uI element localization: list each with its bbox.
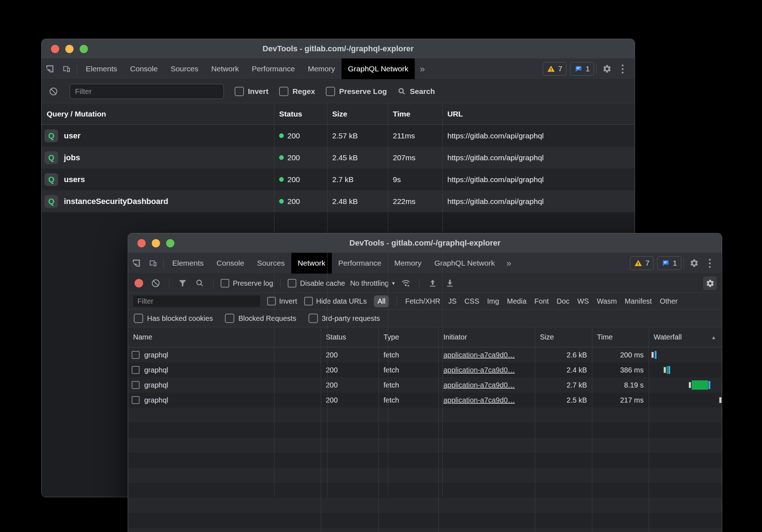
search-button[interactable]: Search [398, 87, 435, 96]
menu-dots-icon[interactable] [702, 259, 717, 268]
preserve-log-checkbox[interactable]: Preserve log [221, 279, 273, 288]
issues-badge[interactable]: 1 [657, 256, 681, 270]
tab-console[interactable]: Console [210, 253, 251, 274]
type-filter-manifest[interactable]: Manifest [625, 297, 652, 305]
tab-network[interactable]: Network [291, 253, 332, 274]
initiator-link[interactable]: application-a7ca9d0… [443, 366, 515, 374]
column-divider[interactable] [378, 327, 379, 532]
type-filter-all[interactable]: All [374, 295, 389, 307]
column-header-status[interactable]: Status [274, 103, 327, 124]
settings-gear-icon[interactable] [599, 64, 615, 73]
column-header-url[interactable]: URL [442, 103, 635, 124]
type-filter-css[interactable]: CSS [465, 297, 479, 305]
column-divider[interactable] [321, 327, 321, 532]
tab-sources[interactable]: Sources [251, 253, 291, 274]
type-filter-doc[interactable]: Doc [557, 297, 570, 305]
more-tabs-icon[interactable]: » [501, 253, 516, 274]
request-row[interactable]: graphql 200 fetch application-a7ca9d0… 2… [128, 362, 722, 377]
export-har-icon[interactable] [444, 279, 456, 288]
device-toolbar-icon[interactable] [145, 253, 161, 274]
query-row[interactable]: Q user 200 2.57 kB 211ms https://gitlab.… [42, 125, 635, 147]
network-conditions-icon[interactable] [400, 279, 412, 288]
column-header-status[interactable]: Status [321, 327, 378, 347]
settings-gear-icon[interactable] [686, 258, 702, 268]
invert-checkbox[interactable]: Invert [235, 87, 268, 96]
device-toolbar-icon[interactable] [58, 58, 75, 79]
request-row[interactable]: graphql 200 fetch application-a7ca9d0… 2… [128, 393, 722, 408]
initiator-link[interactable]: application-a7ca9d0… [443, 351, 515, 359]
request-row[interactable]: graphql 200 fetch application-a7ca9d0… 2… [128, 347, 722, 362]
tab-console[interactable]: Console [124, 58, 164, 79]
column-header-initiator[interactable]: Initiator [438, 327, 535, 347]
column-header-waterfall[interactable]: Waterfall ▲ [649, 327, 722, 347]
query-row[interactable]: Q instanceSecurityDashboard 200 2.48 kB … [42, 190, 635, 212]
filter-input[interactable] [133, 295, 260, 307]
type-filter-wasm[interactable]: Wasm [597, 297, 617, 305]
tab-graphql-network[interactable]: GraphQL Network [428, 253, 501, 274]
has-blocked-cookies-checkbox[interactable]: Has blocked cookies [134, 314, 213, 323]
third-party-requests-checkbox[interactable]: 3rd-party requests [309, 314, 380, 323]
column-header-size[interactable]: Size [327, 103, 388, 124]
row-checkbox[interactable] [132, 381, 140, 389]
titlebar[interactable]: DevTools - gitlab.com/-/graphql-explorer [128, 233, 722, 253]
blocked-requests-checkbox[interactable]: Blocked Requests [225, 314, 296, 323]
clear-icon[interactable] [150, 279, 162, 288]
tab-memory[interactable]: Memory [388, 253, 428, 274]
query-row[interactable]: Q jobs 200 2.45 kB 207ms https://gitlab.… [42, 147, 635, 168]
column-header-query-mutation[interactable]: Query / Mutation [42, 103, 274, 124]
preserve-log-checkbox[interactable]: Preserve Log [326, 87, 387, 96]
type-filter-fetch-xhr[interactable]: Fetch/XHR [405, 297, 440, 305]
type-filter-img[interactable]: Img [487, 297, 499, 305]
inspect-element-icon[interactable] [128, 253, 145, 274]
more-tabs-icon[interactable]: » [415, 58, 430, 79]
request-row[interactable]: graphql 200 fetch application-a7ca9d0… 2… [128, 377, 722, 393]
type-filter-ws[interactable]: WS [577, 297, 589, 305]
record-button[interactable] [135, 279, 143, 288]
initiator-link[interactable]: application-a7ca9d0… [443, 381, 515, 389]
row-checkbox[interactable] [132, 351, 140, 359]
clear-icon[interactable] [48, 87, 59, 96]
column-divider[interactable] [442, 103, 443, 497]
column-header-size[interactable]: Size [535, 327, 592, 347]
tab-performance[interactable]: Performance [332, 253, 388, 274]
issues-badge[interactable]: 1 [570, 62, 594, 76]
type-filter-font[interactable]: Font [535, 297, 549, 305]
column-divider[interactable] [327, 103, 328, 497]
hide-data-urls-checkbox[interactable]: Hide data URLs [304, 297, 367, 305]
invert-checkbox[interactable]: Invert [267, 297, 297, 305]
tab-graphql-network[interactable]: GraphQL Network [342, 58, 415, 79]
import-har-icon[interactable] [427, 279, 439, 288]
menu-dots-icon[interactable] [615, 65, 630, 73]
network-settings-button[interactable] [703, 276, 717, 290]
query-row[interactable]: Q users 200 2.7 kB 9s https://gitlab.com… [42, 168, 635, 190]
type-filter-other[interactable]: Other [660, 297, 678, 305]
titlebar[interactable]: DevTools - gitlab.com/-/graphql-explorer [42, 39, 635, 58]
column-divider[interactable] [649, 327, 649, 532]
type-filter-js[interactable]: JS [448, 297, 456, 305]
tab-elements[interactable]: Elements [166, 253, 210, 274]
row-checkbox[interactable] [132, 396, 140, 404]
disable-cache-checkbox[interactable]: Disable cache [288, 279, 345, 288]
column-header-time[interactable]: Time [592, 327, 649, 347]
regex-checkbox[interactable]: Regex [279, 87, 315, 96]
filter-funnel-icon[interactable] [177, 279, 189, 288]
tab-performance[interactable]: Performance [245, 58, 301, 79]
row-checkbox[interactable] [132, 366, 140, 374]
initiator-link[interactable]: application-a7ca9d0… [443, 396, 515, 404]
type-filter-media[interactable]: Media [507, 297, 526, 305]
filter-input[interactable] [70, 84, 224, 99]
column-divider[interactable] [388, 103, 388, 497]
column-header-name[interactable]: Name [128, 327, 321, 347]
warnings-badge[interactable]: 7 [630, 256, 654, 270]
tab-sources[interactable]: Sources [164, 58, 205, 79]
inspect-element-icon[interactable] [42, 58, 58, 79]
column-divider[interactable] [274, 103, 274, 497]
tab-memory[interactable]: Memory [301, 58, 342, 79]
column-divider[interactable] [535, 327, 535, 532]
warnings-badge[interactable]: 7 [543, 62, 567, 76]
column-divider[interactable] [438, 327, 439, 532]
search-icon[interactable] [194, 279, 206, 288]
column-divider[interactable] [592, 327, 592, 532]
tab-elements[interactable]: Elements [79, 58, 124, 79]
column-header-time[interactable]: Time [388, 103, 442, 124]
